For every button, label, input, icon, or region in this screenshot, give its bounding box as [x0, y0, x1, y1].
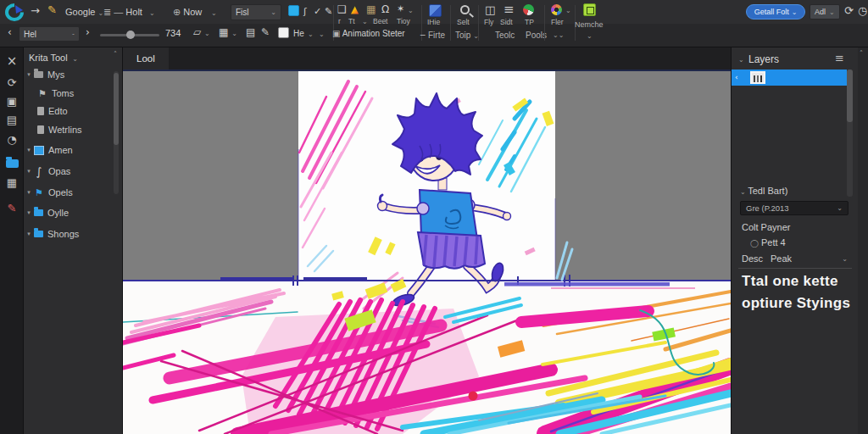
bell-icon[interactable]: Ω: [381, 4, 389, 14]
app-logo-icon[interactable]: [4, 3, 26, 25]
wand-icon[interactable]: ✶: [397, 4, 404, 14]
adl-dropdown[interactable]: Adl ⌄: [810, 4, 840, 19]
radio-circle-icon: ◯: [750, 239, 761, 248]
tool-preset-dropdown[interactable]: Gre (P.2013 ⌄: [740, 201, 849, 215]
briefcase-icon[interactable]: ▦: [366, 4, 376, 14]
chevron-down-icon[interactable]: ⌄: [308, 31, 314, 38]
underscore-marker: _: [420, 26, 426, 36]
caption-teolc: Teolc: [495, 31, 515, 40]
tool-section-header[interactable]: ⌄ Tedl Bart): [740, 186, 787, 196]
expand-triangle-icon[interactable]: ▾: [24, 189, 34, 196]
caption-ihie: IHie: [427, 18, 440, 26]
caption-fly: Fly: [484, 18, 493, 26]
document-tab[interactable]: Lool: [123, 47, 169, 70]
file-app-icon[interactable]: [429, 4, 442, 17]
color-swatch-blue[interactable]: [288, 5, 299, 16]
fisl-value: Fisl: [236, 8, 249, 17]
refresh-icon[interactable]: ⟳: [844, 5, 854, 16]
google-dropdown[interactable]: Google ⌄: [65, 7, 103, 17]
nemche-app-icon[interactable]: [583, 3, 596, 16]
now-dropdown[interactable]: ⊕ Now ⌄: [173, 7, 217, 17]
globe-color-icon[interactable]: [523, 4, 534, 15]
arrow-icon[interactable]: →: [31, 5, 40, 16]
chevron-down-icon: ⌄: [408, 7, 414, 14]
shape-tool-icon[interactable]: ▱ ⌄: [193, 27, 210, 37]
primary-action-button[interactable]: Getall Folt ⌄: [746, 4, 805, 19]
tree-item-shongs[interactable]: ▾ Shongs: [24, 225, 117, 242]
radio-option[interactable]: ◯ Pett 4: [750, 237, 786, 248]
panel-icon[interactable]: ▤: [246, 27, 255, 37]
globe-icon[interactable]: ◔: [0, 134, 24, 145]
brush-icon[interactable]: ✎: [261, 27, 270, 37]
tree-item-toms[interactable]: ⚑ Toms: [24, 85, 117, 102]
expand-triangle-icon[interactable]: ▾: [24, 147, 34, 153]
comment-icon[interactable]: ❑: [337, 4, 347, 14]
pencil-icon[interactable]: ✎: [47, 4, 57, 15]
holt-dropdown[interactable]: ≣ — Holt ⌄: [103, 7, 155, 17]
hel-dropdown[interactable]: Hel -: [19, 26, 80, 42]
chevron-down-icon: ⌄⌄: [553, 31, 564, 39]
layers-title: Layers: [748, 53, 779, 65]
app-window: → ✎ Google ⌄ ≣ — Holt ⌄ ⊕ Now ⌄ Fisl ⌄ ʃ…: [0, 0, 868, 434]
picture-icon[interactable]: ▣: [0, 96, 24, 107]
drawer-icon[interactable]: [6, 159, 19, 168]
chevron-right-icon[interactable]: ›: [86, 27, 90, 37]
scrollbar-thumb[interactable]: [114, 73, 119, 145]
grid-tool-icon[interactable]: ▦ ⌄: [219, 27, 237, 37]
caption-sidt: Sidt: [500, 18, 513, 26]
tree-item-opels[interactable]: ▾ ⚑ Opels: [24, 184, 117, 201]
layer-row-selected[interactable]: ‹: [732, 70, 847, 86]
pencil-red-icon[interactable]: ✎: [0, 203, 24, 214]
tree-item-opas[interactable]: ▾ ∫ Opas: [24, 163, 117, 180]
drawing-canvas[interactable]: [123, 71, 731, 434]
expand-triangle-icon[interactable]: ▾: [24, 209, 34, 216]
tree-item-mys[interactable]: ▾ Mys: [24, 66, 117, 83]
window-icon[interactable]: ◫: [485, 4, 495, 15]
menu-lines-icon[interactable]: ≡: [504, 3, 515, 16]
document-edit-icon[interactable]: ▤: [0, 114, 24, 125]
expand-triangle-icon[interactable]: ▾: [24, 71, 34, 78]
tree-item-edto[interactable]: Edto: [24, 103, 117, 120]
expand-triangle-icon[interactable]: ▾: [24, 231, 34, 237]
chevron-down-icon: ⌄: [792, 8, 798, 16]
calendar-icon[interactable]: ▦: [0, 177, 24, 188]
tool-preset-value: Gre (P.2013: [746, 203, 789, 213]
scrollbar-thumb[interactable]: [847, 70, 853, 122]
pen-icon[interactable]: ✎: [325, 7, 332, 16]
text-tool-icon[interactable]: ʃ: [303, 7, 307, 16]
search-icon[interactable]: [460, 5, 470, 14]
close-tool-icon[interactable]: ×: [0, 55, 24, 68]
expand-triangle-icon[interactable]: ▾: [24, 168, 34, 175]
tool-tree-panel: Krita Tool ⌄ ˄ ▾ Mys ⚑ Toms Edto Wetrlin…: [24, 47, 123, 434]
color-dots-icon[interactable]: [551, 4, 562, 15]
right-edge-strip: ˄: [858, 47, 868, 434]
color-swatch-white[interactable]: [278, 27, 289, 38]
chevron-down-icon[interactable]: ⌄: [738, 56, 744, 64]
caption-tp: TP: [525, 18, 534, 26]
big-text-line2: optiure Styings: [742, 295, 850, 312]
collapse-icon[interactable]: ˄: [114, 52, 117, 58]
chevron-down-icon[interactable]: ⌄: [319, 31, 325, 38]
size-slider-knob[interactable]: [126, 31, 135, 39]
refresh-tool-icon[interactable]: ⟳: [0, 77, 24, 88]
chevron-down-icon[interactable]: ⌄: [70, 55, 78, 63]
chevron-down-icon: ⌄: [837, 204, 843, 212]
clock-icon[interactable]: ◷: [858, 5, 867, 16]
chevron-down-icon: ⌄: [270, 8, 276, 16]
fisl-dropdown[interactable]: Fisl ⌄: [231, 4, 281, 20]
caption-firte: Firte: [428, 31, 445, 40]
drive-triangle-icon[interactable]: ▲: [351, 4, 359, 14]
check-icon[interactable]: ✓: [314, 7, 321, 16]
collapse-icon[interactable]: ˄: [860, 51, 863, 58]
chevron-left-icon[interactable]: ‹: [8, 27, 12, 37]
animation-tab[interactable]: ▣ Animation Steter: [332, 29, 405, 38]
tree-item-oylle[interactable]: ▾ Oylle: [24, 204, 117, 221]
chevron-down-icon: ⌄: [145, 9, 155, 17]
hamburger-menu-icon[interactable]: ≡: [835, 53, 844, 64]
caption-r: r: [338, 17, 341, 25]
tree-item-amen[interactable]: ▾ Amen: [24, 142, 117, 159]
layer-thumbnail: [750, 71, 765, 84]
tree-item-wetrlins[interactable]: Wetrlins: [24, 121, 117, 138]
flag-icon: ⚑: [37, 88, 47, 99]
chevron-down-icon[interactable]: ⌄: [842, 255, 848, 263]
